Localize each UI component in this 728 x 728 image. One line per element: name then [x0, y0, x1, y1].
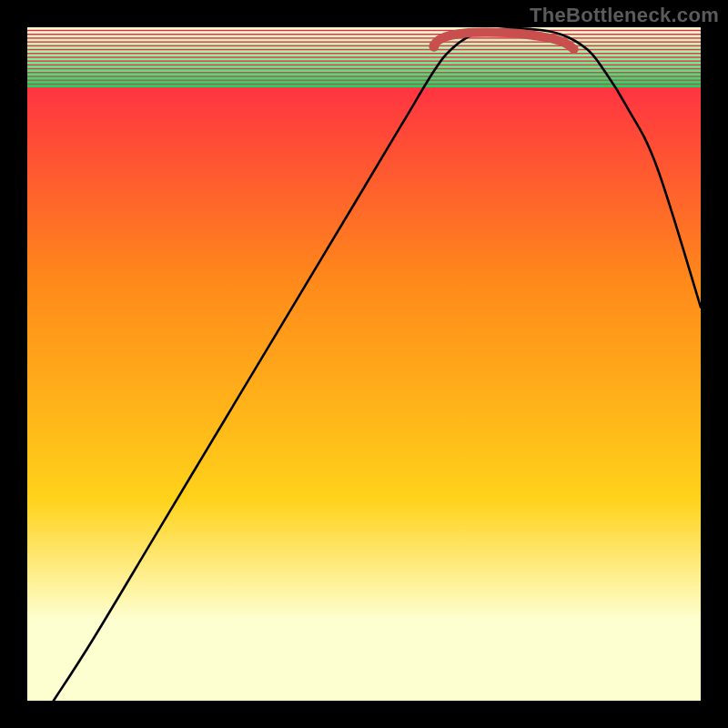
svg-rect-2	[27, 31, 701, 34]
svg-rect-7	[27, 50, 701, 53]
chart-svg	[0, 0, 728, 728]
svg-rect-5	[27, 43, 701, 46]
watermark-text: TheBottleneck.com	[530, 4, 719, 27]
svg-rect-4	[27, 39, 701, 42]
svg-rect-1	[27, 27, 701, 30]
svg-rect-12	[27, 69, 701, 72]
svg-rect-3	[27, 35, 701, 37]
chart-container: TheBottleneck.com	[0, 0, 728, 728]
marker-dot	[429, 42, 439, 52]
svg-rect-8	[27, 54, 701, 56]
svg-rect-13	[27, 73, 701, 76]
gradient-background	[27, 27, 701, 701]
svg-rect-6	[27, 46, 701, 49]
svg-rect-14	[27, 77, 701, 80]
svg-rect-9	[27, 58, 701, 61]
svg-rect-16	[27, 85, 701, 87]
svg-rect-15	[27, 81, 701, 84]
